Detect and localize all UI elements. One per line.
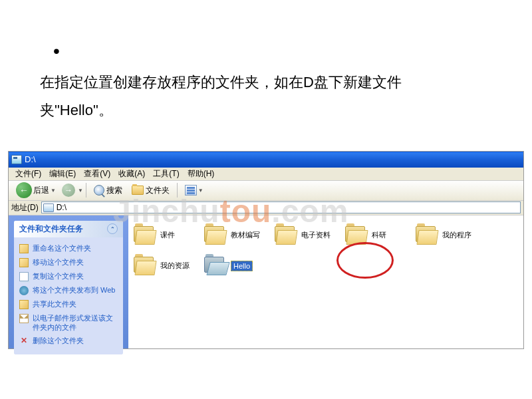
tasks-header[interactable]: 文件和文件夹任务 ⌃ bbox=[14, 221, 123, 237]
task-share[interactable]: 共享此文件夹 bbox=[19, 297, 118, 311]
addressbar: 地址(D) D:\ bbox=[9, 201, 523, 215]
folder-icon bbox=[204, 226, 227, 245]
tasks-body: 重命名这个文件夹 移动这个文件夹 复制这个文件夹 将这个文件夹发布到 Web 共… bbox=[14, 237, 123, 355]
folder-item[interactable]: 教材编写 bbox=[204, 222, 275, 249]
separator bbox=[177, 183, 178, 198]
toolbar: ← 后退 ▼ → ▼ 搜索 文件夹 ▼ bbox=[9, 181, 523, 201]
drive-icon-small bbox=[43, 203, 54, 212]
views-icon bbox=[185, 185, 197, 196]
window-title: D:\ bbox=[25, 154, 36, 164]
task-email[interactable]: 以电子邮件形式发送该文件夹内的文件 bbox=[19, 311, 118, 334]
instruction-text: 在指定位置创建存放程序的文件夹，如在D盘下新建文件夹"Hello"。 bbox=[40, 68, 466, 124]
folders-icon bbox=[132, 186, 144, 195]
menu-tools[interactable]: 工具(T) bbox=[149, 167, 183, 181]
slide-instruction: • 在指定位置创建存放程序的文件夹，如在D盘下新建文件夹"Hello"。 bbox=[0, 0, 532, 138]
menu-file[interactable]: 文件(F) bbox=[11, 167, 45, 181]
forward-dropdown[interactable]: ▼ bbox=[78, 188, 83, 194]
bullet: • bbox=[40, 33, 73, 68]
tasks-title: 文件和文件夹任务 bbox=[19, 223, 83, 235]
folder-label: 教材编写 bbox=[231, 230, 260, 240]
share-icon bbox=[19, 300, 29, 309]
explorer-window: D:\ 文件(F) 编辑(E) 查看(V) 收藏(A) 工具(T) 帮助(H) … bbox=[8, 151, 524, 349]
folder-icon bbox=[134, 226, 156, 245]
delete-icon: ✕ bbox=[19, 336, 29, 346]
task-publish-web[interactable]: 将这个文件夹发布到 Web bbox=[19, 283, 118, 297]
search-icon bbox=[94, 185, 104, 196]
folder-icon bbox=[275, 226, 297, 245]
folder-label: 电子资料 bbox=[301, 230, 331, 240]
folder-label[interactable]: Hello bbox=[231, 261, 253, 271]
folder-icon bbox=[345, 226, 368, 245]
back-label: 后退 bbox=[33, 185, 49, 196]
folder-label: 课件 bbox=[160, 230, 175, 240]
task-move[interactable]: 移动这个文件夹 bbox=[19, 255, 118, 269]
titlebar[interactable]: D:\ bbox=[9, 152, 523, 168]
drive-icon bbox=[11, 155, 22, 164]
files-area[interactable]: 课件教材编写电子资料科研我的程序我的资源Hello bbox=[128, 215, 523, 348]
folder-item[interactable]: 我的资源 bbox=[134, 253, 204, 279]
folders-label: 文件夹 bbox=[146, 185, 170, 196]
search-button[interactable]: 搜索 bbox=[90, 184, 126, 198]
task-delete[interactable]: ✕删除这个文件夹 bbox=[19, 334, 118, 348]
folder-item[interactable]: Hello bbox=[204, 253, 275, 279]
tasks-sidebar: 文件和文件夹任务 ⌃ 重命名这个文件夹 移动这个文件夹 复制这个文件夹 将这个文… bbox=[9, 215, 128, 348]
content-area: 文件和文件夹任务 ⌃ 重命名这个文件夹 移动这个文件夹 复制这个文件夹 将这个文… bbox=[9, 215, 523, 348]
back-dropdown[interactable]: ▼ bbox=[51, 188, 56, 194]
folder-item[interactable]: 我的程序 bbox=[416, 222, 486, 249]
menu-favorites[interactable]: 收藏(A) bbox=[114, 167, 149, 181]
menu-edit[interactable]: 编辑(E) bbox=[45, 167, 80, 181]
forward-button[interactable]: → bbox=[62, 184, 75, 197]
menubar: 文件(F) 编辑(E) 查看(V) 收藏(A) 工具(T) 帮助(H) bbox=[9, 168, 523, 181]
address-value: D:\ bbox=[57, 203, 66, 212]
folder-item[interactable]: 科研 bbox=[345, 222, 416, 249]
folder-label: 我的资源 bbox=[160, 261, 190, 271]
back-icon: ← bbox=[16, 182, 32, 198]
rename-icon bbox=[19, 244, 29, 253]
back-button[interactable]: ← 后退 ▼ bbox=[12, 181, 60, 200]
folder-icon bbox=[416, 226, 438, 245]
views-button[interactable]: ▼ bbox=[181, 184, 207, 197]
task-rename[interactable]: 重命名这个文件夹 bbox=[19, 241, 118, 255]
tasks-panel: 文件和文件夹任务 ⌃ 重命名这个文件夹 移动这个文件夹 复制这个文件夹 将这个文… bbox=[14, 221, 123, 355]
menu-view[interactable]: 查看(V) bbox=[80, 167, 114, 181]
search-label: 搜索 bbox=[106, 185, 122, 196]
address-input[interactable]: D:\ bbox=[41, 201, 521, 213]
address-label: 地址(D) bbox=[11, 202, 39, 213]
folder-icon bbox=[204, 257, 227, 275]
move-icon bbox=[19, 258, 29, 267]
folder-icon bbox=[134, 257, 156, 275]
copy-icon bbox=[19, 272, 29, 281]
folder-item[interactable]: 课件 bbox=[134, 222, 204, 249]
folder-label: 科研 bbox=[372, 230, 386, 240]
task-copy[interactable]: 复制这个文件夹 bbox=[19, 269, 118, 283]
menu-help[interactable]: 帮助(H) bbox=[184, 167, 219, 181]
separator bbox=[86, 183, 86, 198]
collapse-icon[interactable]: ⌃ bbox=[107, 223, 118, 234]
folder-item[interactable]: 电子资料 bbox=[275, 222, 345, 249]
web-icon bbox=[19, 286, 29, 295]
email-icon bbox=[19, 314, 29, 323]
folder-label: 我的程序 bbox=[442, 230, 471, 240]
folders-button[interactable]: 文件夹 bbox=[128, 184, 174, 198]
views-dropdown[interactable]: ▼ bbox=[198, 188, 203, 194]
